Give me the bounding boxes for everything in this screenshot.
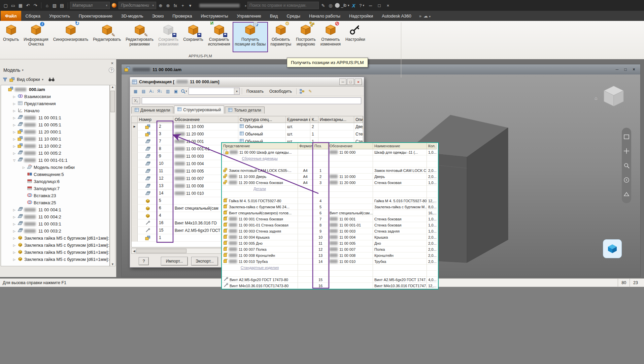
tree-item[interactable]: ▷11 00 003:2 <box>1 228 109 235</box>
binoculars-icon[interactable] <box>48 77 55 82</box>
row-selector[interactable] <box>132 138 138 145</box>
sort-desc-icon[interactable]: Я↓ <box>156 88 163 95</box>
show-button[interactable]: Показать <box>244 89 266 94</box>
tab-add-ins[interactable]: Надстройки <box>345 11 377 21</box>
row-selector[interactable] <box>132 175 138 182</box>
tree-item[interactable]: ▷Заклепка гайка М5 с буртиком [d61=1мм]:… <box>1 249 109 256</box>
tree-item[interactable]: ▷Взаимосвязи <box>1 93 109 100</box>
tree-item[interactable]: Заподлицо:6 <box>1 178 109 185</box>
help-search-box[interactable] <box>247 2 319 9</box>
dialog-titlebar[interactable]: Спецификация [ 11 00 000.iam] ─ □ × <box>130 77 364 87</box>
cloud-icon[interactable]: ☁ ▾ <box>423 13 431 19</box>
spec-table-row[interactable]: ▶211 10 000Обычныйшт.2Двер <box>132 123 363 130</box>
appearance-dropdown[interactable]: Представлени ▾ <box>118 2 156 9</box>
sort-asc-icon[interactable]: А↓ <box>148 88 155 95</box>
export-grid-icon[interactable]: ▦ <box>132 88 139 95</box>
filter-edit-icon[interactable]: ✎ <box>307 88 314 95</box>
open-folder-icon[interactable]: ▭ <box>9 2 17 9</box>
collapsed-arrow-icon[interactable]: ▷ <box>12 130 16 134</box>
scroll-thumb[interactable] <box>110 91 115 112</box>
document-titlebar[interactable]: 11 00 000.iam ─ □ × <box>122 64 640 74</box>
tree-item[interactable]: ▷11 20 000:1 <box>1 128 109 135</box>
tree-item[interactable]: ▷Представления <box>1 100 109 107</box>
ribbon-button-settings[interactable]: Настройки <box>343 22 368 52</box>
material-dropdown[interactable]: Материал ▾ <box>70 2 110 9</box>
ribbon-button-cancel-changes[interactable]: ⊘Отменитьизменения <box>318 22 343 52</box>
panel-help-icon[interactable]: ? <box>109 67 114 73</box>
ribbon-button-save-revisions[interactable]: Сохранитьревизиями <box>156 22 181 52</box>
fx-icon[interactable]: fx <box>172 2 179 9</box>
plm-table-row[interactable]: 11 00 010 Трубка1411 00 010Трубка2,0... <box>222 259 438 265</box>
collapsed-arrow-icon[interactable]: ▷ <box>12 208 16 212</box>
row-selector[interactable] <box>132 205 138 212</box>
ribbon-button-edit-revisions[interactable]: ✎Редактироватьревизиями <box>123 22 156 52</box>
row-selector[interactable]: ▶ <box>132 123 138 130</box>
spec-filter-combobox[interactable]: ▾ <box>189 88 240 95</box>
spec-table-row[interactable]: 311 20 000Обычныйшт.1Стен <box>132 130 363 138</box>
collapsed-arrow-icon[interactable]: ▷ <box>12 138 16 141</box>
dialog-minimize-button[interactable]: ─ <box>339 79 346 85</box>
collapsed-arrow-icon[interactable]: ▷ <box>12 95 16 98</box>
binoculars-icon[interactable]: ◎ <box>327 2 334 9</box>
plm-table-row[interactable]: Заклепка-гайка с буртиком М6 24...5Закле… <box>222 204 438 210</box>
pan-icon[interactable] <box>623 148 630 154</box>
user-account[interactable]: _ib ▾ <box>335 3 349 8</box>
spec-column-header[interactable]: К... <box>310 116 318 123</box>
collapsed-arrow-icon[interactable]: ▷ <box>12 152 16 155</box>
tree-item[interactable]: 000.iam <box>1 86 109 93</box>
scroll-left-icon[interactable]: ◀ <box>132 249 135 253</box>
row-selector[interactable] <box>132 197 138 205</box>
row-selector[interactable] <box>132 153 138 160</box>
ribbon-button-edit[interactable]: ✎Редактировать <box>91 22 123 52</box>
plm-table-row[interactable]: Винт специальный(саморез) голов...6Винт … <box>222 210 438 216</box>
collapsed-arrow-icon[interactable]: ▷ <box>12 244 16 247</box>
tree-item[interactable]: ▷Заклепка гайка М5 с буртиком [d61=1мм]:… <box>1 235 109 242</box>
plm-column-header[interactable]: Обозначение <box>328 143 373 149</box>
formula-field[interactable] <box>142 97 361 104</box>
row-selector[interactable] <box>132 190 138 197</box>
tree-item[interactable]: Совмещение:5 <box>1 171 109 178</box>
collapsed-arrow-icon[interactable]: ▷ <box>12 222 16 226</box>
doc-restore-button[interactable]: □ <box>622 66 629 73</box>
plm-column-header[interactable]: Кол. <box>427 143 437 149</box>
pencil-icon[interactable]: ✎ <box>319 2 327 9</box>
ribbon-button-save-configurations[interactable]: ИСохранитьисполнения <box>206 22 233 52</box>
plm-table-row[interactable]: Гайка М 4. 5.016 ГОСТ5927-804Гайка М 4. … <box>222 198 438 204</box>
tab-inspect[interactable]: Проверка <box>168 11 196 21</box>
plm-column-header[interactable]: Наименование <box>373 143 427 149</box>
tree-item[interactable]: Вставка:25 <box>1 199 109 206</box>
spec-tab-structured[interactable]: Структурированный <box>174 105 224 114</box>
collapsed-arrow-icon[interactable]: ▷ <box>12 102 16 105</box>
collapsed-arrow-icon[interactable]: ▷ <box>12 123 16 127</box>
panel-title[interactable]: Модель ▾ <box>3 67 24 73</box>
row-selector[interactable] <box>132 212 138 219</box>
filter-icon[interactable]: ▥ <box>164 88 171 95</box>
ribbon-button-synchronize[interactable]: ↻Синхронизировать <box>51 22 91 52</box>
tree-item[interactable]: ▷11 10 000:1 <box>1 135 109 143</box>
export-button[interactable]: Экспорт... <box>191 257 218 266</box>
tab-file[interactable]: Файл <box>1 11 21 21</box>
collapsed-arrow-icon[interactable]: ▷ <box>12 109 16 113</box>
plm-table-row[interactable]: 11 10 000 ДверьА4211 10 000Дверь2,0... <box>222 174 438 180</box>
screenshot-icon[interactable]: ▤ <box>58 2 66 9</box>
row-selector[interactable] <box>132 168 138 175</box>
render-icon[interactable]: ▧ <box>51 2 58 9</box>
minimize-icon[interactable]: ─ <box>366 2 375 9</box>
plm-table-row[interactable]: Винт М4х10.36.016 ГОСТ17473-8016Винт М4х… <box>222 283 438 289</box>
tab-get-started[interactable]: Начало работы <box>305 11 345 21</box>
collapsed-arrow-icon[interactable]: ▷ <box>12 251 16 254</box>
ribbon-button-save[interactable]: Сохранить <box>181 22 206 52</box>
expand-ribbon-icon[interactable]: » <box>419 13 421 19</box>
scroll-thumb[interactable] <box>136 249 187 253</box>
link-broken-icon[interactable]: ⊗ <box>164 2 172 9</box>
tree-item[interactable]: ▷Модель после гибки <box>1 164 109 171</box>
tree-item[interactable]: ▷11 00 005:2 <box>1 150 109 157</box>
new-document-icon[interactable]: ▢ <box>2 2 9 9</box>
orbit-icon[interactable] <box>623 177 630 183</box>
structure-tree-icon[interactable] <box>299 88 306 95</box>
import-button[interactable]: Импорт... <box>161 257 188 266</box>
tab-manage[interactable]: Управление <box>233 11 266 21</box>
assembly-view-icon[interactable] <box>9 77 15 82</box>
tree-scrollbar[interactable]: ▲ ▼ <box>110 85 115 266</box>
add-icon[interactable]: + <box>179 2 187 9</box>
